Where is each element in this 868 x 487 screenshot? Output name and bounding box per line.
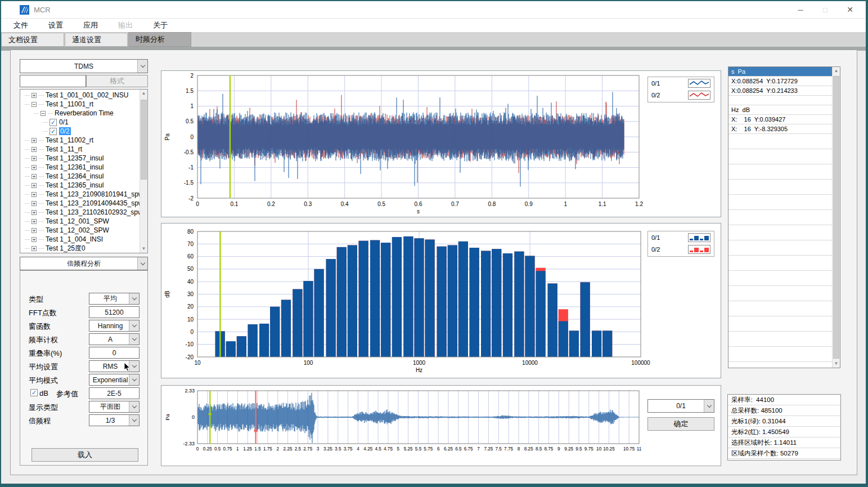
octave-spectrum-plot[interactable]: -20-100102030405060708010100100010000100…: [161, 224, 721, 378]
param-input-4[interactable]: 0: [89, 347, 140, 359]
param-select-2[interactable]: Hanning: [89, 320, 140, 332]
minimize-button[interactable]: ─: [788, 1, 813, 18]
tree-scrollbar[interactable]: ▲ ▼: [140, 90, 147, 253]
tab-通道设置[interactable]: 通道设置: [65, 33, 128, 47]
expand-icon[interactable]: +: [32, 228, 37, 233]
format-button[interactable]: 格式: [86, 75, 148, 87]
expand-icon[interactable]: +: [32, 246, 37, 251]
channel-select[interactable]: 0/1: [647, 399, 714, 413]
chevron-down-icon[interactable]: [129, 320, 139, 331]
tree-item[interactable]: +Test 1_12361_insul: [21, 163, 139, 172]
line-series-icon: [688, 91, 710, 100]
tree-item[interactable]: +Test 1_123_210908101941_spw: [21, 190, 139, 199]
expand-icon[interactable]: +: [32, 192, 37, 197]
tree-item[interactable]: +Test 1_12365_insul: [21, 181, 139, 190]
analysis-type-select[interactable]: 倍频程分析: [20, 257, 148, 270]
expand-icon[interactable]: +: [32, 93, 37, 98]
list-scrollbar[interactable]: ▲ ▼: [832, 67, 840, 368]
full-record-plot[interactable]: 00.250.50.7511.251.51.7522.252.52.7533.2…: [161, 386, 721, 466]
scroll-up-icon[interactable]: ▲: [833, 67, 840, 75]
tree-item[interactable]: −Test 1_11001_rt: [21, 100, 139, 109]
param-select-0[interactable]: 平均: [89, 293, 140, 305]
menu-item-输出[interactable]: 输出: [110, 20, 141, 30]
load-button[interactable]: 载入: [32, 448, 138, 462]
tree-item[interactable]: +Test 1_12_001_SPW: [21, 217, 139, 226]
maximize-button[interactable]: □: [813, 1, 838, 18]
chevron-down-icon[interactable]: [704, 400, 714, 412]
tree-item[interactable]: +Test 1_123_211026102932_spw: [21, 208, 139, 217]
expand-icon[interactable]: +: [32, 165, 37, 170]
tree-item[interactable]: +Test 1_11002_rt: [21, 136, 139, 145]
tree-item[interactable]: +Test 1_25度0: [21, 244, 139, 253]
expand-icon[interactable]: +: [32, 219, 37, 224]
file-format-select[interactable]: TDMS: [20, 59, 148, 73]
tree-connector: [25, 149, 30, 150]
tree-connector: [39, 104, 44, 105]
collapse-icon[interactable]: −: [41, 111, 46, 116]
tree-item[interactable]: +Test 1_12364_insul: [21, 172, 139, 181]
chevron-down-icon[interactable]: [129, 334, 139, 345]
chevron-down-icon[interactable]: [129, 401, 139, 412]
chevron-down-icon[interactable]: [129, 374, 139, 385]
info-label: 区域内采样个数:: [731, 449, 780, 458]
tree-item[interactable]: +Test 1_1_004_INSI: [21, 235, 139, 244]
param-select-8[interactable]: 平面图: [89, 401, 140, 413]
tree-item[interactable]: ✓0/2: [21, 127, 139, 136]
param-select-9[interactable]: 1/3: [89, 414, 140, 426]
empty-row: [728, 134, 832, 149]
expand-icon[interactable]: +: [32, 237, 37, 242]
filter-input[interactable]: [20, 75, 86, 87]
param-select-6[interactable]: Exponential: [89, 374, 140, 386]
chevron-down-icon[interactable]: [137, 257, 147, 270]
menu-item-应用[interactable]: 应用: [75, 20, 106, 30]
tree-item[interactable]: +Test 1_123_210914094435_spw: [21, 199, 139, 208]
confirm-button[interactable]: 确定: [647, 417, 714, 431]
db-checkbox[interactable]: ✓: [30, 389, 38, 396]
collapse-icon[interactable]: −: [32, 102, 37, 107]
expand-icon[interactable]: +: [32, 183, 37, 188]
legend-entry-0/2: 0/2: [648, 243, 714, 255]
svg-text:0.75: 0.75: [223, 446, 232, 452]
expand-icon[interactable]: +: [32, 138, 37, 143]
tab-时频分析[interactable]: 时频分析: [128, 32, 191, 47]
menu-item-设置[interactable]: 设置: [41, 20, 71, 30]
scroll-down-icon[interactable]: ▼: [833, 360, 840, 368]
file-tree[interactable]: +Test 1_001_001_002_INSU−Test 1_11001_rt…: [20, 89, 148, 253]
empty-row: [728, 256, 832, 271]
menu-item-文件[interactable]: 文件: [6, 20, 36, 30]
tree-item[interactable]: +Test 1_12357_insul: [21, 154, 139, 163]
scroll-down-icon[interactable]: ▼: [140, 245, 147, 253]
svg-text:-1: -1: [188, 164, 194, 171]
tree-item[interactable]: +Test 1_001_001_002_INSU: [21, 91, 139, 100]
chevron-down-icon[interactable]: [137, 60, 147, 73]
tree-scroll-thumb[interactable]: [141, 100, 147, 180]
tree-item[interactable]: −Reverberation Time: [21, 109, 139, 118]
param-input-1[interactable]: 51200: [89, 306, 140, 318]
scroll-up-icon[interactable]: ▲: [140, 90, 147, 97]
param-select-3[interactable]: A: [89, 333, 140, 345]
channel-checkbox[interactable]: ✓: [50, 128, 57, 135]
reference-input[interactable]: 2E-5: [89, 387, 140, 399]
channel-checkbox[interactable]: ✓: [50, 119, 57, 126]
tree-item[interactable]: +Test 1_12_002_SPW: [21, 226, 139, 235]
close-button[interactable]: ✕: [838, 1, 862, 18]
svg-text:1.1: 1.1: [599, 201, 606, 207]
param-select-5[interactable]: RMS: [89, 360, 140, 372]
expand-icon[interactable]: +: [32, 210, 37, 215]
chevron-down-icon[interactable]: [129, 293, 139, 304]
tree-item[interactable]: +Test 1_11_rt: [21, 145, 139, 154]
tab-文档设置[interactable]: 文档设置: [1, 33, 64, 47]
time-waveform-chart[interactable]: -2-1.5-1-0.500.511.5200.10.20.30.40.50.6…: [161, 70, 721, 217]
expand-icon[interactable]: +: [32, 201, 37, 206]
full-record-chart[interactable]: 00.250.50.7511.251.51.7522.252.52.7533.2…: [161, 385, 721, 466]
expand-icon[interactable]: +: [32, 156, 37, 161]
tree-connector: [39, 158, 44, 159]
list-scroll-thumb[interactable]: [833, 76, 839, 359]
chevron-down-icon[interactable]: [129, 415, 139, 426]
expand-icon[interactable]: +: [32, 174, 37, 179]
tree-item[interactable]: ✓0/1: [21, 118, 139, 127]
menu-item-关于[interactable]: 关于: [145, 20, 176, 30]
expand-icon[interactable]: +: [32, 147, 37, 152]
octave-spectrum-chart[interactable]: -20-100102030405060708010100100010000100…: [161, 223, 721, 378]
time-waveform-plot[interactable]: -2-1.5-1-0.500.511.5200.10.20.30.40.50.6…: [161, 71, 721, 217]
